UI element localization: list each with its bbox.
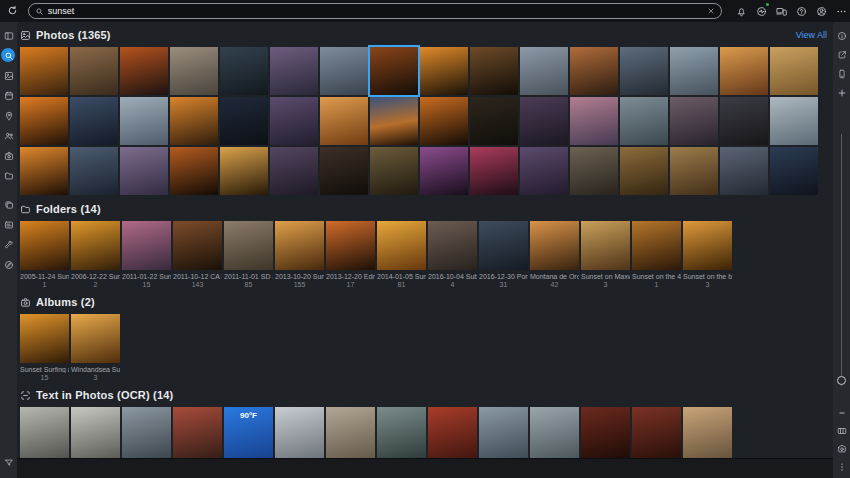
photo-thumbnail[interactable] (720, 47, 768, 95)
photo-thumbnail[interactable] (220, 97, 268, 145)
ocr-thumbnail[interactable] (530, 407, 579, 458)
photo-thumbnail[interactable] (270, 147, 318, 195)
search-input[interactable] (44, 6, 707, 16)
ocr-thumbnail[interactable] (71, 407, 120, 458)
ocr-thumbnail[interactable] (632, 407, 681, 458)
camera-bag-nav[interactable] (0, 148, 17, 163)
keywords-nav[interactable] (0, 217, 17, 232)
ocr-thumbnail[interactable] (479, 407, 528, 458)
photo-thumbnail[interactable] (570, 97, 618, 145)
folder-item-thumbnail[interactable] (530, 221, 579, 270)
folder-item-thumbnail[interactable] (71, 221, 120, 270)
device-button[interactable] (833, 66, 850, 81)
folder-item-thumbnail[interactable] (224, 221, 273, 270)
photo-thumbnail[interactable] (670, 97, 718, 145)
panels-toggle[interactable] (0, 28, 17, 43)
folder-item[interactable]: Montana de Oro...42 (530, 221, 579, 288)
folders-nav[interactable] (0, 168, 17, 183)
clear-search-icon[interactable] (707, 7, 715, 15)
photo-thumbnail[interactable] (70, 47, 118, 95)
photo-thumbnail[interactable] (70, 147, 118, 195)
photo-thumbnail[interactable] (720, 97, 768, 145)
folder-item[interactable]: 2011-11-01 SD at...85 (224, 221, 273, 288)
folder-item[interactable]: 2011-10-12 CA Ph...143 (173, 221, 222, 288)
grid-options-button[interactable] (833, 423, 850, 438)
folder-item-thumbnail[interactable] (122, 221, 171, 270)
ocr-thumbnail[interactable] (122, 407, 171, 458)
album-item-thumbnail[interactable] (71, 314, 120, 363)
photo-thumbnail[interactable] (670, 47, 718, 95)
folder-item-thumbnail[interactable] (326, 221, 375, 270)
zoom-slider-handle[interactable] (837, 376, 846, 385)
account-button[interactable] (812, 2, 830, 20)
folder-item-thumbnail[interactable] (428, 221, 477, 270)
photo-thumbnail[interactable] (120, 47, 168, 95)
share-button[interactable] (833, 47, 850, 62)
photo-thumbnail[interactable] (320, 97, 368, 145)
folder-item-thumbnail[interactable] (632, 221, 681, 270)
photo-thumbnail[interactable] (770, 147, 818, 195)
photo-thumbnail[interactable] (620, 97, 668, 145)
ocr-thumbnail[interactable] (377, 407, 426, 458)
photo-thumbnail[interactable] (170, 97, 218, 145)
photo-thumbnail[interactable] (120, 147, 168, 195)
search-bar[interactable] (28, 3, 722, 19)
folder-item[interactable]: 2014-01-05 Sunse...81 (377, 221, 426, 288)
add-button[interactable] (833, 85, 850, 100)
folder-item-thumbnail[interactable] (20, 221, 69, 270)
zoom-out-button[interactable] (833, 405, 850, 420)
more-menu-button[interactable] (832, 2, 850, 20)
photo-thumbnail-selected[interactable] (370, 47, 418, 95)
folder-item-thumbnail[interactable] (275, 221, 324, 270)
photo-thumbnail[interactable] (470, 47, 518, 95)
photo-thumbnail[interactable] (570, 147, 618, 195)
photo-thumbnail[interactable] (570, 47, 618, 95)
people-nav[interactable] (0, 128, 17, 143)
ocr-thumbnail[interactable]: 90°F (224, 407, 273, 458)
sync-status-button[interactable] (752, 2, 770, 20)
ocr-thumbnail[interactable] (683, 407, 732, 458)
folder-item[interactable]: Sunset on the 4171 (632, 221, 681, 288)
ocr-thumbnail[interactable] (428, 407, 477, 458)
photo-thumbnail[interactable] (470, 147, 518, 195)
photo-thumbnail[interactable] (520, 97, 568, 145)
photo-thumbnail[interactable] (170, 47, 218, 95)
info-button[interactable] (833, 28, 850, 43)
photo-thumbnail[interactable] (620, 147, 668, 195)
photos-nav[interactable] (0, 68, 17, 83)
ocr-thumbnail[interactable] (173, 407, 222, 458)
folder-item[interactable]: 2016-10-04 Subie...4 (428, 221, 477, 288)
help-button[interactable] (792, 2, 810, 20)
ocr-thumbnail[interactable] (20, 407, 69, 458)
photo-thumbnail[interactable] (270, 97, 318, 145)
folder-item-thumbnail[interactable] (173, 221, 222, 270)
photo-thumbnail[interactable] (220, 147, 268, 195)
album-item-thumbnail[interactable] (20, 314, 69, 363)
photo-thumbnail[interactable] (20, 97, 68, 145)
ocr-thumbnail[interactable] (581, 407, 630, 458)
photo-thumbnail[interactable] (520, 47, 568, 95)
shared-nav[interactable] (0, 197, 17, 212)
photo-thumbnail[interactable] (20, 147, 68, 195)
map-nav[interactable] (0, 108, 17, 123)
versions-nav[interactable] (0, 257, 17, 272)
photo-thumbnail[interactable] (120, 97, 168, 145)
ocr-thumbnail[interactable] (326, 407, 375, 458)
photo-thumbnail[interactable] (270, 47, 318, 95)
camera-button[interactable] (833, 441, 850, 456)
ocr-thumbnail[interactable] (275, 407, 324, 458)
folder-item[interactable]: 2005-11-24 Sunse...1 (20, 221, 69, 288)
folder-item[interactable]: Sunset on the be...3 (683, 221, 732, 288)
folder-item-thumbnail[interactable] (683, 221, 732, 270)
folder-item-thumbnail[interactable] (377, 221, 426, 270)
photo-thumbnail[interactable] (420, 97, 468, 145)
photo-thumbnail[interactable] (370, 147, 418, 195)
tools-nav[interactable] (0, 237, 17, 252)
folder-item[interactable]: Sunset on Maxwe...3 (581, 221, 630, 288)
folder-item[interactable]: 2011-01-22 Sunse...15 (122, 221, 171, 288)
folder-item[interactable]: 2013-12-20 Edna...17 (326, 221, 375, 288)
filter-button[interactable] (0, 455, 17, 470)
collections-nav[interactable] (0, 88, 17, 103)
photo-thumbnail[interactable] (170, 147, 218, 195)
photo-thumbnail[interactable] (320, 147, 368, 195)
